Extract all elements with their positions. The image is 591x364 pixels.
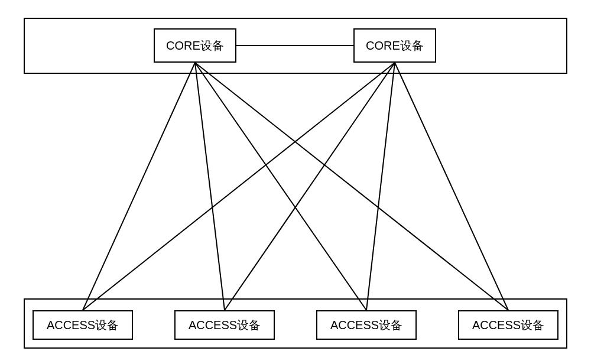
access-device-label: ACCESS设备 — [47, 317, 119, 333]
svg-line-7 — [366, 63, 395, 310]
svg-line-4 — [195, 63, 508, 310]
svg-line-1 — [83, 63, 195, 310]
core-device-label: CORE设备 — [166, 38, 224, 54]
access-device-label: ACCESS设备 — [330, 317, 402, 333]
core-device-0: CORE设备 — [154, 28, 236, 63]
access-device-label: ACCESS设备 — [472, 317, 544, 333]
access-device-1: ACCESS设备 — [174, 310, 275, 340]
access-device-0: ACCESS设备 — [33, 310, 133, 340]
svg-line-6 — [225, 63, 395, 310]
connection-lines — [0, 0, 591, 364]
svg-line-5 — [83, 63, 395, 310]
core-device-1: CORE设备 — [353, 28, 436, 63]
access-device-2: ACCESS设备 — [316, 310, 417, 340]
core-device-label: CORE设备 — [366, 38, 424, 54]
svg-line-8 — [395, 63, 508, 310]
access-device-3: ACCESS设备 — [458, 310, 558, 340]
access-device-label: ACCESS设备 — [189, 317, 261, 333]
